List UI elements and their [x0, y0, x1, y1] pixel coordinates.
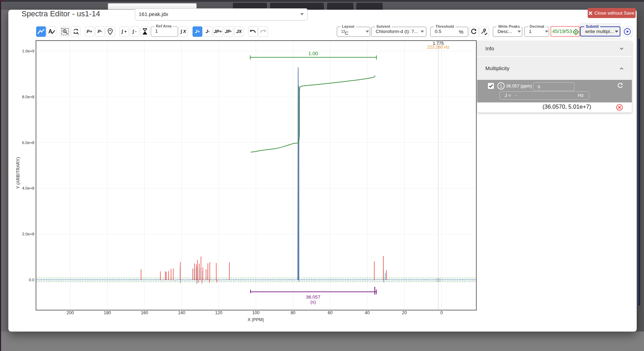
- svg-text:4.0e+8: 4.0e+8: [22, 186, 35, 190]
- svg-text:60: 60: [328, 310, 333, 315]
- svg-text:80: 80: [291, 310, 295, 315]
- svg-text:20: 20: [402, 310, 407, 315]
- svg-text:Y (ARBITRARY): Y (ARBITRARY): [16, 157, 21, 189]
- svg-text:180: 180: [104, 310, 111, 315]
- svg-text:2.0e+8: 2.0e+8: [22, 232, 35, 236]
- svg-text:1.0e+9: 1.0e+9: [22, 49, 35, 53]
- svg-text:0.0: 0.0: [29, 278, 34, 282]
- svg-text:200: 200: [67, 310, 74, 315]
- svg-text:1.00: 1.00: [308, 51, 318, 56]
- svg-text:160: 160: [141, 310, 148, 315]
- svg-text:223.260 Hz: 223.260 Hz: [427, 45, 449, 50]
- svg-text:100: 100: [252, 310, 260, 315]
- svg-text:8.0e+8: 8.0e+8: [22, 95, 35, 99]
- svg-text:40: 40: [365, 310, 370, 315]
- svg-text:0: 0: [440, 310, 443, 315]
- svg-text:140: 140: [178, 310, 185, 315]
- svg-text:36.057: 36.057: [306, 294, 320, 300]
- svg-text:6.0e+8: 6.0e+8: [22, 141, 35, 145]
- svg-text:120: 120: [215, 310, 222, 315]
- svg-text:(s): (s): [310, 299, 316, 304]
- svg-text:X (PPM): X (PPM): [247, 317, 264, 322]
